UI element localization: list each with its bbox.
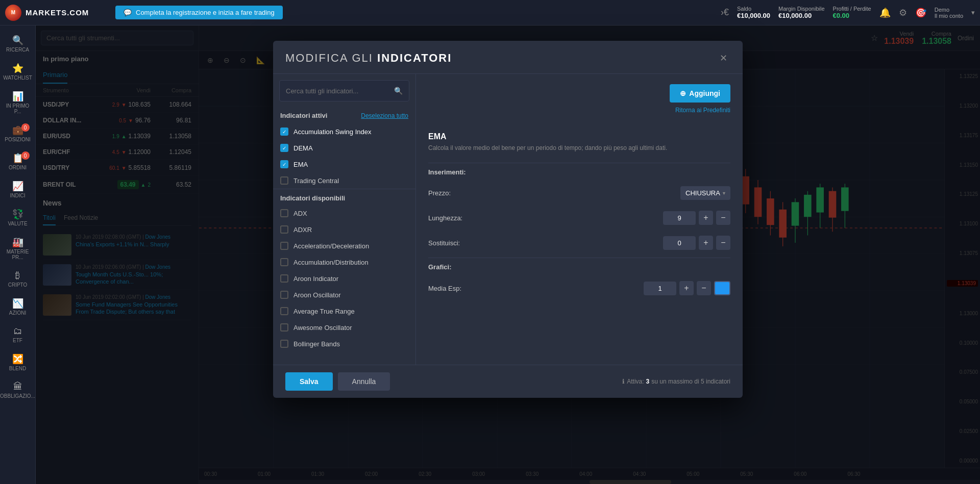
media-esp-input[interactable] <box>644 282 676 295</box>
indicator-search: 🔍 <box>279 80 409 101</box>
indicator-search-input[interactable] <box>286 87 394 95</box>
checkbox-bollinger[interactable] <box>280 340 288 348</box>
indicator-item-adxr[interactable]: ADXR <box>273 221 415 238</box>
ema-title: EMA <box>428 132 730 141</box>
sidebar-label-posizioni: POSIZIONI <box>5 137 31 142</box>
sidebar-item-materie-prime[interactable]: 🏭 MATERIE PR... <box>2 233 34 264</box>
checkbox-atr[interactable] <box>280 307 288 315</box>
checkbox-aroon-ind[interactable] <box>280 274 288 283</box>
sidebar-item-azioni[interactable]: 📉 AZIONI <box>2 294 34 320</box>
search-icon: 🔍 <box>12 35 23 46</box>
reset-defaults-button[interactable]: Ritorna ai Predefiniti <box>675 107 730 114</box>
sidebar-label-ricerca: RICERCA <box>6 47 29 53</box>
indicators-modal: MODIFICA GLI INDICATORI ✕ 🔍 Indicatori a… <box>273 41 743 398</box>
sidebar-item-ordini[interactable]: 📋 0 ORDINI <box>2 148 34 174</box>
posizioni-badge: 0 <box>21 123 30 132</box>
sidebar-item-blend[interactable]: 🔀 BLEND <box>2 349 34 375</box>
sidebar-icons: 🔍 RICERCA ⭐ WATCHLIST 📊 IN PRIMO P... 💼 … <box>0 26 36 484</box>
sidebar-item-ricerca[interactable]: 🔍 RICERCA <box>2 31 34 57</box>
shuffle-icon: 🔀 <box>12 353 23 365</box>
sidebar-item-valute[interactable]: 💱 VALUTE <box>2 205 34 231</box>
indicator-item-bollinger[interactable]: Bollinger Bands <box>273 336 415 352</box>
sostituisci-increment-button[interactable]: + <box>699 236 713 250</box>
sostituisci-decrement-button[interactable]: − <box>716 236 730 250</box>
notification-icon[interactable]: 🔔 <box>879 7 891 18</box>
save-button[interactable]: Salva <box>285 372 333 391</box>
modal-header: MODIFICA GLI INDICATORI ✕ <box>273 41 743 74</box>
sidebar-label-obbligazioni: OBBLIGAZIO... <box>0 393 35 399</box>
modal-body: 🔍 Indicatori attivi Deseleziona tutto ✓ … <box>273 74 743 365</box>
indicator-scroll: ADX ADXR Acceleration/Deceleration Accum… <box>273 205 415 365</box>
media-esp-increment-button[interactable]: + <box>679 281 694 295</box>
add-indicator-button[interactable]: ⊕ Aggiungi <box>670 84 730 103</box>
sidebar-label-valute: VALUTE <box>8 221 27 226</box>
star-icon: ⭐ <box>12 63 23 74</box>
indicator-item-accum-dist[interactable]: Accumulation/Distribution <box>273 254 415 270</box>
sostituisci-input[interactable] <box>663 236 696 250</box>
indicator-item-accel[interactable]: Acceleration/Deceleration <box>273 238 415 254</box>
sidebar-label-in-primo-piano: IN PRIMO P... <box>4 103 32 114</box>
indicator-item-awesome[interactable]: Awesome Oscillator <box>273 319 415 336</box>
indicator-item-atr[interactable]: Average True Range <box>273 303 415 319</box>
logo-text: MARKETS.COM <box>26 8 89 17</box>
cancel-button[interactable]: Annulla <box>338 372 390 391</box>
prezzo-control: CHIUSURA <box>680 186 730 200</box>
checkbox-accel[interactable] <box>280 242 288 250</box>
sidebar-item-in-primo-piano[interactable]: 📊 IN PRIMO P... <box>2 87 34 118</box>
bitcoin-icon: ₿ <box>15 270 20 281</box>
media-esp-row: Media Esp: + − <box>428 276 730 301</box>
indicator-label-atr: Average True Range <box>293 308 355 315</box>
indicator-item-aroon-ind[interactable]: Aroon Indicator <box>273 270 415 287</box>
media-esp-decrement-button[interactable]: − <box>697 281 711 295</box>
footer-active-text: Attiva: <box>627 378 644 385</box>
sidebar-item-indici[interactable]: 📈 INDICI <box>2 176 34 202</box>
indicator-item-ema[interactable]: ✓ EMA <box>273 156 415 172</box>
indicator-item-accumulation[interactable]: ✓ Accumulation Swing Index <box>273 123 415 140</box>
saldo-value: €10,000.00 <box>737 12 770 19</box>
sidebar-item-cripto[interactable]: ₿ CRIPTO <box>2 266 34 292</box>
chart-bar-icon: 📊 <box>12 91 23 102</box>
checkbox-ema[interactable]: ✓ <box>280 160 288 168</box>
sidebar-item-posizioni[interactable]: 💼 0 POSIZIONI <box>2 120 34 146</box>
indicator-label-aroon-ind: Aroon Indicator <box>293 275 338 283</box>
lunghezza-increment-button[interactable]: + <box>699 211 713 225</box>
modal-close-button[interactable]: ✕ <box>716 51 730 65</box>
checkbox-accum-dist[interactable] <box>280 258 288 266</box>
deselect-all-button[interactable]: Deseleziona tutto <box>361 112 408 119</box>
alerts-icon[interactable]: 🎯 <box>915 7 926 18</box>
media-esp-control: + − <box>644 281 730 295</box>
promo-banner[interactable]: 💬 Completa la registrazione e inizia a f… <box>115 6 283 19</box>
indicator-label-adx: ADX <box>293 210 307 217</box>
color-picker[interactable] <box>714 281 730 295</box>
sidebar-label-ordini: ORDINI <box>9 165 27 170</box>
checkbox-accumulation[interactable]: ✓ <box>280 128 288 136</box>
sidebar-item-watchlist[interactable]: ⭐ WATCHLIST <box>2 59 34 85</box>
prezzo-dropdown[interactable]: CHIUSURA <box>680 186 730 200</box>
checkbox-dema[interactable]: ✓ <box>280 144 288 152</box>
checkbox-adx[interactable] <box>280 209 288 217</box>
indicator-item-dema[interactable]: ✓ DEMA <box>273 140 415 156</box>
sidebar-item-obbligazioni[interactable]: 🏛 OBBLIGAZIO... <box>2 377 34 403</box>
checkbox-adxr[interactable] <box>280 225 288 234</box>
lunghezza-input[interactable] <box>663 211 696 225</box>
checkbox-aroon-osc[interactable] <box>280 291 288 299</box>
saldo-label: Saldo <box>737 6 751 12</box>
settings-icon[interactable]: ⚙ <box>899 7 907 18</box>
sidebar-item-etf[interactable]: 🗂 ETF <box>2 322 34 347</box>
active-indicators-label: Indicatori attivi <box>280 112 327 119</box>
indicator-label-ema: EMA <box>293 161 308 168</box>
modal-footer: Salva Annulla ℹ Attiva: 3 su un massimo … <box>273 365 743 398</box>
checkbox-awesome[interactable] <box>280 323 288 332</box>
indicator-item-aroon-osc[interactable]: Aroon Oscillator <box>273 287 415 303</box>
indicator-item-adx[interactable]: ADX <box>273 205 415 221</box>
checkbox-trading-central[interactable] <box>280 176 288 185</box>
sidebar-label-cripto: CRIPTO <box>8 282 28 288</box>
sostituisci-label: Sostituisci: <box>428 239 657 247</box>
demo-account[interactable]: Demo Il mio conto <box>935 7 963 19</box>
indicator-label-accum-dist: Accumulation/Distribution <box>293 259 369 266</box>
indicator-item-trading-central[interactable]: Trading Central <box>273 172 415 189</box>
topnav: M MARKETS.COM 💬 Completa la registrazion… <box>0 0 980 26</box>
lunghezza-decrement-button[interactable]: − <box>716 211 730 225</box>
add-button-label: Aggiungi <box>689 89 720 97</box>
lunghezza-label: Lunghezza: <box>428 214 657 222</box>
